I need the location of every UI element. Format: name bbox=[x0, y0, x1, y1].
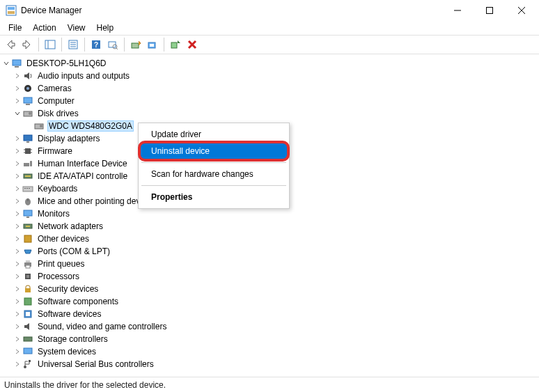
chevron-right-icon[interactable] bbox=[13, 272, 22, 281]
tree-label: Universal Serial Bus controllers bbox=[36, 359, 155, 370]
chevron-right-icon[interactable] bbox=[13, 171, 22, 181]
tree-label: WDC WDS480G2G0A bbox=[47, 120, 134, 132]
context-menu: Update driver Uninstall device Scan for … bbox=[138, 123, 290, 209]
svg-rect-2 bbox=[8, 11, 15, 14]
tree-item-monitors[interactable]: Monitors bbox=[0, 207, 539, 220]
update-driver-button[interactable] bbox=[128, 37, 143, 52]
disk-icon bbox=[33, 120, 45, 132]
tree-item-security[interactable]: Security devices bbox=[0, 283, 539, 295]
svg-point-31 bbox=[40, 125, 42, 127]
tree-root[interactable]: DESKTOP-5LH1Q6D bbox=[0, 57, 539, 70]
chevron-right-icon[interactable] bbox=[13, 146, 22, 156]
chevron-right-icon[interactable] bbox=[13, 84, 22, 93]
menu-bar: File Action View Help bbox=[0, 21, 539, 35]
tree-label: DESKTOP-5LH1Q6D bbox=[25, 58, 108, 69]
tree-item-system[interactable]: System devices bbox=[0, 345, 539, 358]
tree-item-processors[interactable]: Processors bbox=[0, 270, 539, 283]
mouse-icon bbox=[22, 196, 33, 207]
chevron-right-icon[interactable] bbox=[13, 309, 22, 319]
svg-line-17 bbox=[116, 48, 118, 49]
speaker-icon bbox=[22, 70, 33, 81]
tree-item-swdev[interactable]: Software devices bbox=[0, 308, 539, 320]
tree-item-computer[interactable]: Computer bbox=[0, 95, 539, 107]
tree-label: Cameras bbox=[36, 83, 73, 94]
hid-icon bbox=[22, 158, 33, 169]
help-button[interactable]: ? bbox=[88, 37, 104, 52]
tree-item-network[interactable]: Network adapters bbox=[0, 220, 539, 233]
chevron-down-icon[interactable] bbox=[1, 58, 11, 68]
tree-item-other[interactable]: Other devices bbox=[0, 233, 539, 245]
app-icon bbox=[6, 5, 17, 16]
chevron-right-icon[interactable] bbox=[13, 71, 22, 81]
chevron-right-icon[interactable] bbox=[13, 184, 22, 194]
svg-rect-21 bbox=[171, 42, 177, 48]
tree-label: Firmware bbox=[36, 146, 74, 157]
tree-item-disk-drives[interactable]: Disk drives bbox=[0, 107, 539, 120]
enable-device-button[interactable] bbox=[168, 37, 183, 52]
chevron-right-icon[interactable] bbox=[13, 196, 22, 206]
chevron-right-icon[interactable] bbox=[13, 297, 22, 306]
chevron-right-icon[interactable] bbox=[13, 209, 22, 219]
controller-icon bbox=[22, 334, 33, 345]
svg-rect-42 bbox=[25, 175, 31, 177]
disk-icon bbox=[22, 108, 33, 119]
chevron-right-icon[interactable] bbox=[13, 134, 22, 143]
tree-item-audio[interactable]: Audio inputs and outputs bbox=[0, 70, 539, 82]
tree-item-usb[interactable]: Universal Serial Bus controllers bbox=[0, 358, 539, 370]
toolbar-divider bbox=[164, 38, 164, 52]
tree-label: Computer bbox=[36, 95, 76, 107]
delete-button[interactable] bbox=[185, 37, 200, 52]
menu-view[interactable]: View bbox=[62, 22, 91, 34]
chevron-right-icon[interactable] bbox=[13, 347, 22, 356]
menu-file[interactable]: File bbox=[3, 22, 27, 34]
tree-item-printq[interactable]: Print queues bbox=[0, 258, 539, 270]
svg-rect-45 bbox=[26, 188, 28, 189]
display-icon bbox=[22, 133, 33, 144]
tree-label: Disk drives bbox=[36, 108, 80, 119]
computer-icon bbox=[11, 58, 22, 69]
chevron-right-icon[interactable] bbox=[13, 322, 22, 331]
minimize-button[interactable] bbox=[442, 0, 474, 21]
chevron-right-icon[interactable] bbox=[13, 334, 22, 344]
chevron-right-icon[interactable] bbox=[13, 221, 22, 231]
ctx-uninstall-device[interactable]: Uninstall device bbox=[140, 143, 288, 159]
back-button[interactable] bbox=[3, 37, 18, 52]
chevron-right-icon[interactable] bbox=[13, 246, 22, 256]
chevron-right-icon[interactable] bbox=[13, 284, 22, 294]
ctx-update-driver[interactable]: Update driver bbox=[140, 126, 288, 143]
other-icon bbox=[22, 233, 33, 244]
svg-rect-7 bbox=[45, 40, 55, 49]
scan-hardware-button[interactable] bbox=[105, 37, 120, 52]
chevron-right-icon[interactable] bbox=[13, 159, 22, 168]
uninstall-device-button[interactable] bbox=[145, 37, 160, 52]
tree-item-ports[interactable]: Ports (COM & LPT) bbox=[0, 245, 539, 258]
menu-action[interactable]: Action bbox=[27, 22, 61, 34]
forward-button[interactable] bbox=[19, 37, 35, 52]
chevron-right-icon[interactable] bbox=[13, 259, 22, 269]
svg-rect-63 bbox=[24, 337, 32, 341]
svg-rect-56 bbox=[26, 265, 30, 268]
status-bar: Uninstalls the driver for the selected d… bbox=[0, 377, 539, 392]
chevron-right-icon[interactable] bbox=[13, 96, 22, 106]
chevron-right-icon[interactable] bbox=[13, 234, 22, 244]
chevron-down-icon[interactable] bbox=[13, 109, 22, 118]
ctx-scan-hardware[interactable]: Scan for hardware changes bbox=[140, 166, 288, 182]
svg-rect-39 bbox=[24, 163, 29, 166]
device-tree[interactable]: DESKTOP-5LH1Q6D Audio inputs and outputs… bbox=[0, 54, 539, 377]
tree-item-swcomp[interactable]: Software components bbox=[0, 295, 539, 308]
properties-button[interactable] bbox=[65, 37, 81, 52]
close-button[interactable] bbox=[506, 0, 538, 21]
tree-item-storage[interactable]: Storage controllers bbox=[0, 333, 539, 345]
menu-help[interactable]: Help bbox=[91, 22, 120, 34]
show-hide-tree-button[interactable] bbox=[42, 37, 58, 52]
chevron-right-icon[interactable] bbox=[13, 359, 22, 369]
svg-rect-40 bbox=[30, 161, 32, 166]
tree-item-cameras[interactable]: Cameras bbox=[0, 82, 539, 95]
svg-point-25 bbox=[26, 87, 29, 90]
tree-item-sound[interactable]: Sound, video and game controllers bbox=[0, 320, 539, 333]
maximize-button[interactable] bbox=[474, 0, 506, 21]
ctx-label: Uninstall device bbox=[151, 146, 210, 156]
svg-rect-4 bbox=[487, 8, 493, 14]
ctx-properties[interactable]: Properties bbox=[140, 189, 288, 205]
svg-rect-1 bbox=[8, 7, 15, 10]
